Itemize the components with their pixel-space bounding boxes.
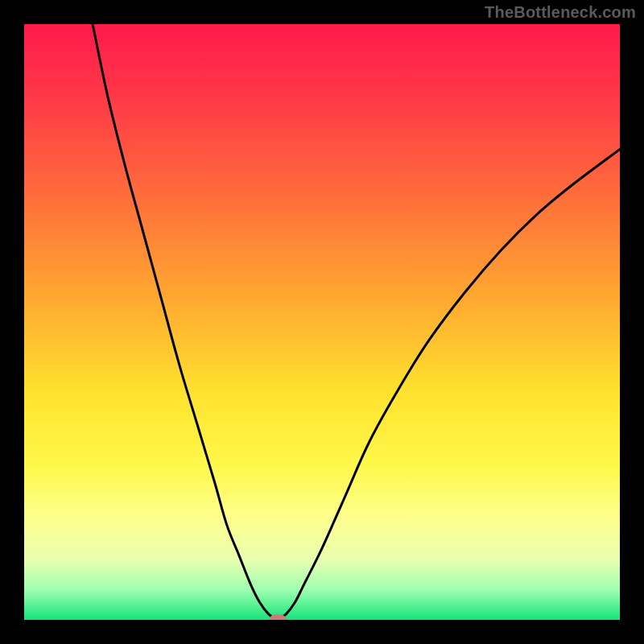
chart-frame: TheBottleneck.com	[0, 0, 644, 644]
gradient-background	[24, 24, 620, 620]
plot-area	[24, 24, 620, 620]
watermark-text: TheBottleneck.com	[485, 3, 636, 22]
optimal-marker	[270, 615, 286, 621]
bottleneck-chart	[24, 24, 620, 620]
